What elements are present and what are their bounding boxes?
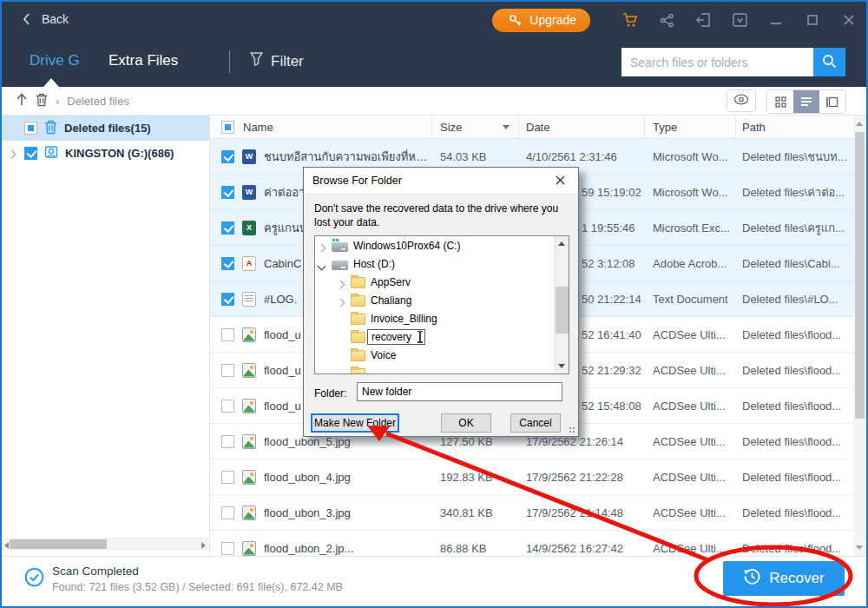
scroll-right-arrow-icon[interactable] xyxy=(201,542,206,549)
column-view-button[interactable] xyxy=(819,90,845,113)
row-checkbox[interactable] xyxy=(221,400,234,413)
tree-item-label: Voice xyxy=(371,349,396,361)
tree-item[interactable]: Windows10Prox64 (C:) xyxy=(315,236,569,254)
cancel-button[interactable]: Cancel xyxy=(510,413,561,433)
minimize-icon[interactable] xyxy=(767,11,785,29)
row-checkbox[interactable] xyxy=(221,186,234,199)
scrollbar-thumb[interactable] xyxy=(10,539,107,549)
row-checkbox[interactable] xyxy=(221,506,234,519)
ok-button[interactable]: OK xyxy=(441,413,491,433)
tree-vertical-scrollbar[interactable] xyxy=(554,236,569,373)
expander-icon[interactable] xyxy=(338,278,345,286)
scrollbar-thumb[interactable] xyxy=(855,132,865,419)
maximize-icon[interactable] xyxy=(804,11,821,29)
grid-view-button[interactable] xyxy=(767,90,793,113)
row-checkbox[interactable] xyxy=(221,221,234,235)
folder-name-input[interactable] xyxy=(357,382,562,401)
header-size[interactable]: Size xyxy=(432,116,519,138)
tree-item[interactable]: Voice xyxy=(315,346,569,364)
table-row[interactable]: flood_ubon_2.jp... 86.88 KB 14/9/2562 16… xyxy=(210,531,853,556)
tree-item[interactable]: recovery xyxy=(315,327,569,346)
sidebar-item-label: Deleted files(15) xyxy=(64,122,151,135)
row-checkbox[interactable] xyxy=(221,150,234,163)
tree-item[interactable]: Host (D:) xyxy=(315,254,569,273)
search-input[interactable] xyxy=(621,48,813,76)
close-icon[interactable] xyxy=(840,11,858,29)
expander-icon[interactable] xyxy=(338,351,345,359)
row-checkbox[interactable] xyxy=(221,542,234,555)
signout-icon[interactable] xyxy=(694,11,712,29)
tree-item[interactable]: Chaliang xyxy=(315,291,569,309)
preview-toggle-button[interactable] xyxy=(727,89,756,112)
row-checkbox[interactable] xyxy=(221,364,234,377)
sidebar-checkbox-deleted-files[interactable] xyxy=(24,122,37,135)
header-name[interactable]: Name xyxy=(210,116,432,138)
window-menu-icon[interactable] xyxy=(731,11,748,29)
file-type: ACDSee Ulti... xyxy=(645,328,736,341)
trash-breadcrumb-icon[interactable] xyxy=(36,93,48,109)
header-path[interactable]: Path xyxy=(736,116,853,138)
back-chevron-icon xyxy=(17,10,35,28)
row-checkbox[interactable] xyxy=(221,471,234,484)
nav-bar: Drive G Extra Files Filter xyxy=(2,38,866,87)
scroll-left-arrow-icon[interactable] xyxy=(4,542,9,549)
filter-button[interactable]: Filter xyxy=(250,52,304,70)
expander-icon[interactable] xyxy=(338,333,345,340)
tab-extra-files[interactable]: Extra Files xyxy=(108,52,178,69)
dialog-close-icon[interactable] xyxy=(542,169,577,192)
file-size: 192.83 KB xyxy=(432,471,519,484)
row-checkbox[interactable] xyxy=(221,293,234,306)
scroll-up-arrow-icon[interactable] xyxy=(856,122,863,126)
sidebar-horizontal-scrollbar[interactable] xyxy=(2,538,209,551)
file-type-icon xyxy=(242,363,256,378)
scrollbar-thumb[interactable] xyxy=(556,287,569,334)
sidebar-item-kingston[interactable]: KINGSTON (G:)(686) xyxy=(2,141,209,166)
recover-button[interactable]: Recover xyxy=(723,561,845,596)
dialog-resize-grip[interactable] xyxy=(569,427,576,434)
up-arrow-icon[interactable] xyxy=(16,93,28,109)
tab-drive-g[interactable]: Drive G xyxy=(30,52,80,69)
file-name: flood_ubon_2.jp... xyxy=(264,542,353,555)
row-checkbox[interactable] xyxy=(221,435,234,448)
sidebar-checkbox-kingston[interactable] xyxy=(24,147,37,160)
file-name: flood_ubon_3.jpg xyxy=(264,506,351,519)
tree-item-label: Chaliang xyxy=(371,294,411,307)
tree-item[interactable]: Invoice_Billing xyxy=(315,309,569,327)
breadcrumb[interactable]: Deleted files xyxy=(67,95,129,108)
scroll-down-arrow-icon[interactable] xyxy=(856,545,863,550)
list-view-button[interactable] xyxy=(793,90,819,113)
expander-icon[interactable] xyxy=(319,241,326,249)
expander-icon[interactable] xyxy=(338,296,345,304)
chevron-right-icon[interactable] xyxy=(9,147,17,160)
file-type-icon xyxy=(242,434,256,449)
row-checkbox[interactable] xyxy=(221,257,234,270)
cart-icon[interactable] xyxy=(621,11,639,29)
expander-icon[interactable] xyxy=(319,260,326,268)
file-date: 4/10/2561 2:31:46 xyxy=(519,150,645,163)
header-date[interactable]: Date xyxy=(519,116,645,138)
table-row[interactable]: flood_ubon_3.jpg 340.81 KB 17/9/2562 21:… xyxy=(210,495,853,531)
scroll-down-arrow-icon[interactable] xyxy=(558,364,565,368)
share-icon[interactable] xyxy=(658,11,675,29)
dialog-title-bar[interactable]: Browse For Folder xyxy=(304,168,578,193)
make-new-folder-button[interactable]: Make New Folder xyxy=(311,413,399,433)
back-button[interactable]: Back xyxy=(17,10,69,28)
header-type[interactable]: Type xyxy=(645,116,736,138)
sidebar-item-deleted-files[interactable]: Deleted files(15) xyxy=(2,116,209,141)
tree-icon xyxy=(351,350,365,361)
tree-item[interactable] xyxy=(315,364,569,374)
row-checkbox[interactable] xyxy=(221,328,234,341)
tree-item-label: Host (D:) xyxy=(353,258,395,270)
upgrade-button[interactable]: Upgrade xyxy=(492,9,590,32)
expander-icon[interactable] xyxy=(338,369,345,374)
sort-dropdown-icon[interactable] xyxy=(503,125,510,129)
folder-tree-items: Windows10Prox64 (C:) Host (D:) AppServ C… xyxy=(315,236,569,374)
header-checkbox[interactable] xyxy=(221,121,234,134)
table-vertical-scrollbar[interactable] xyxy=(853,116,866,556)
search-button[interactable] xyxy=(813,48,845,76)
table-row[interactable]: flood_ubon_4.jpg 192.83 KB 17/9/2562 21:… xyxy=(210,459,853,495)
expander-icon[interactable] xyxy=(338,314,345,322)
tree-item[interactable]: AppServ xyxy=(315,273,569,291)
scroll-up-arrow-icon[interactable] xyxy=(558,241,565,246)
file-path: Deleted files\ครูแก... xyxy=(736,219,853,237)
